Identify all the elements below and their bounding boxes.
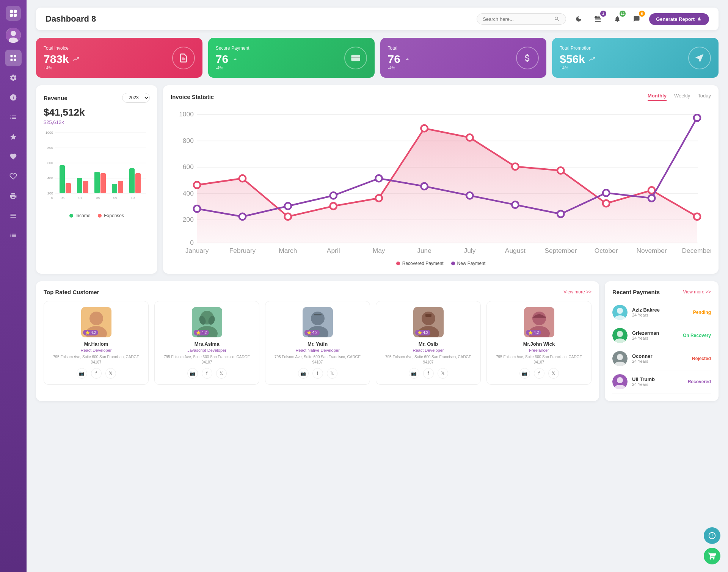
svg-rect-102 [425, 314, 431, 317]
sidebar-item-dashboard[interactable] [5, 50, 22, 66]
search-box [477, 13, 566, 25]
svg-point-68 [421, 183, 427, 190]
svg-point-70 [512, 201, 518, 208]
sidebar-item-list[interactable] [5, 227, 22, 244]
customer-name-hariom: Mr.Hariom [50, 341, 143, 347]
instagram-icon-yatin[interactable]: 📷 [298, 368, 309, 379]
sidebar-item-menu[interactable] [5, 207, 22, 224]
svg-point-56 [421, 125, 427, 132]
secure-payment-value: 76 [216, 53, 249, 66]
customer-role-yatin: React Native Developer [271, 348, 364, 353]
total-invoice-icon [172, 47, 195, 69]
sidebar-item-info[interactable] [5, 89, 22, 106]
payment-item-oconner: Oconner 24 Years Rejected [612, 347, 711, 370]
twitter-icon-yatin[interactable]: 𝕏 [327, 368, 337, 379]
instagram-icon-osib[interactable]: 📷 [409, 368, 419, 379]
main-content: Dashboard 8 2 12 5 Generate Repo [27, 0, 728, 572]
search-input[interactable] [483, 16, 551, 22]
svg-point-88 [89, 312, 103, 325]
facebook-icon-hariom[interactable]: f [91, 368, 102, 379]
svg-rect-30 [118, 181, 123, 193]
secure-payment-trend: -4% [216, 66, 249, 70]
svg-point-116 [617, 377, 623, 383]
svg-rect-98 [314, 314, 322, 315]
svg-rect-28 [100, 173, 106, 193]
facebook-icon-asima[interactable]: f [202, 368, 212, 379]
payment-age-oconner: 24 Years [632, 359, 687, 364]
svg-rect-25 [77, 178, 82, 193]
support-float-button[interactable] [704, 527, 720, 544]
svg-point-73 [648, 195, 655, 201]
payment-avatar-ultrumb [612, 374, 628, 389]
sidebar-logo[interactable] [6, 6, 21, 21]
theme-toggle-button[interactable] [572, 12, 585, 26]
sidebar-item-settings[interactable] [5, 69, 22, 86]
rating-badge-asima: ⭐ 4.2 [194, 330, 209, 335]
twitter-icon-johnwick[interactable]: 𝕏 [548, 368, 559, 379]
svg-point-62 [694, 213, 700, 220]
line-chart-legend: Recovered Payment New Payment [171, 261, 711, 266]
total-invoice-label: Total invoice [44, 45, 80, 51]
customer-role-asima: Javascript Developer [160, 348, 253, 353]
svg-rect-29 [112, 184, 117, 193]
svg-point-57 [466, 134, 473, 141]
sidebar-item-heart2[interactable] [5, 168, 22, 185]
total-invoice-content: Total invoice 783k +4% [44, 45, 80, 70]
sidebar-item-print[interactable] [5, 188, 22, 204]
instagram-icon-asima[interactable]: 📷 [187, 368, 198, 379]
svg-rect-32 [135, 173, 141, 193]
sidebar-item-analytics[interactable] [5, 109, 22, 125]
messages-button[interactable]: 5 [630, 12, 643, 26]
svg-text:600: 600 [47, 161, 53, 165]
svg-point-55 [375, 195, 382, 201]
svg-rect-3 [14, 14, 17, 17]
user-avatar[interactable] [6, 28, 21, 43]
svg-point-5 [11, 31, 16, 36]
svg-text:July: July [464, 247, 476, 254]
customers-title: Top Rated Customer [44, 289, 99, 295]
twitter-icon-osib[interactable]: 𝕏 [438, 368, 448, 379]
payments-view-more[interactable]: View more >> [683, 289, 711, 295]
twitter-icon-hariom[interactable]: 𝕏 [105, 368, 116, 379]
generate-report-button[interactable]: Generate Report [649, 13, 709, 25]
customer-card-osib: ⭐ 4.2 Mr. Osib React Developer 795 Folso… [376, 301, 481, 385]
instagram-icon-johnwick[interactable]: 📷 [519, 368, 530, 379]
facebook-icon-osib[interactable]: f [423, 368, 434, 379]
income-legend: Income [69, 213, 90, 218]
stat-cards-row: Total invoice 783k +4% Secure Payment 76… [36, 38, 719, 78]
svg-rect-27 [94, 172, 100, 193]
facebook-icon-yatin[interactable]: f [312, 368, 323, 379]
payment-name-ultrumb: Uli Trumb [632, 376, 683, 382]
total-icon [516, 47, 539, 69]
facebook-icon-johnwick[interactable]: f [534, 368, 544, 379]
customer-address-johnwick: 795 Folsom Ave, Suite 600 San Francisco,… [493, 354, 585, 365]
customers-view-more[interactable]: View more >> [563, 289, 592, 295]
tab-weekly[interactable]: Weekly [674, 93, 690, 101]
instagram-icon-hariom[interactable]: 📷 [77, 368, 87, 379]
sidebar-item-favorites[interactable] [5, 148, 22, 165]
customer-name-osib: Mr. Osib [382, 341, 475, 347]
sidebar-item-star[interactable] [5, 129, 22, 145]
cart-float-button[interactable] [704, 548, 720, 564]
svg-rect-8 [14, 55, 16, 58]
svg-rect-9 [11, 59, 13, 61]
svg-text:400: 400 [183, 190, 194, 197]
revenue-card-header: Revenue 2023 2022 2021 [44, 93, 150, 103]
svg-text:May: May [373, 247, 385, 254]
svg-point-51 [194, 182, 200, 188]
twitter-icon-asima[interactable]: 𝕏 [216, 368, 227, 379]
secure-payment-label: Secure Payment [216, 45, 249, 51]
gift-icon-button[interactable]: 2 [591, 12, 605, 26]
svg-text:1000: 1000 [179, 110, 194, 118]
svg-text:December: December [682, 247, 711, 254]
income-legend-dot [69, 214, 73, 218]
page-title: Dashboard 8 [46, 14, 96, 24]
tab-today[interactable]: Today [698, 93, 711, 101]
notifications-button[interactable]: 12 [610, 12, 624, 26]
svg-point-66 [330, 192, 337, 199]
svg-text:November: November [637, 247, 667, 254]
year-select[interactable]: 2023 2022 2021 [122, 93, 150, 103]
line-chart-container: 1000 800 600 400 200 0 [171, 105, 711, 258]
tab-monthly[interactable]: Monthly [648, 93, 667, 101]
payment-info-griezerman: Griezerman 24 Years [632, 330, 678, 340]
